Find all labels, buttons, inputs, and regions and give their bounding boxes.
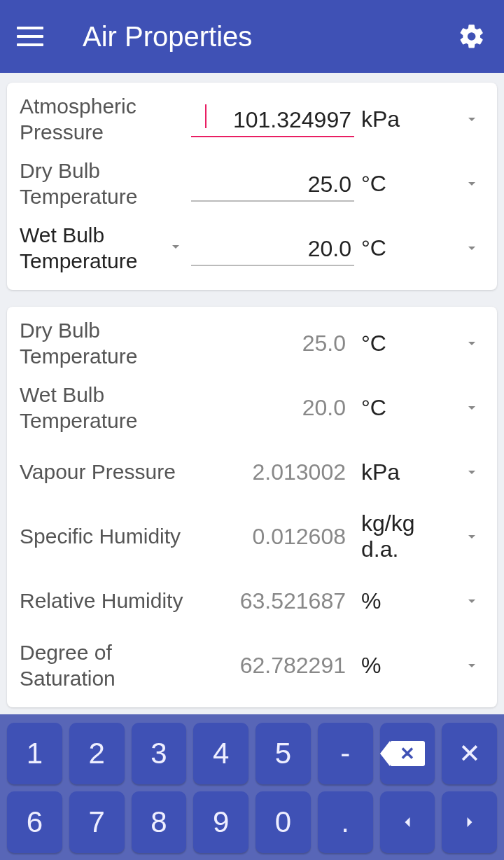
key-1[interactable]: 1 bbox=[7, 723, 62, 784]
input-card: Atmospheric Pressure kPaDry Bulb Tempera… bbox=[7, 83, 497, 290]
key-0[interactable]: 0 bbox=[255, 791, 311, 853]
key-8[interactable]: 8 bbox=[132, 791, 187, 853]
unit-selector[interactable] bbox=[459, 464, 484, 480]
unit-selector[interactable] bbox=[459, 240, 484, 256]
app-bar: Air Properties bbox=[0, 0, 504, 73]
result-value: 0.012608 bbox=[191, 524, 354, 550]
backspace-icon: ✕ bbox=[390, 741, 425, 766]
result-label: Relative Humidity bbox=[20, 588, 184, 614]
key-backspace[interactable]: ✕ bbox=[380, 723, 435, 784]
unit-label: % bbox=[361, 653, 452, 679]
result-label: Degree of Saturation bbox=[20, 639, 184, 692]
key-dot[interactable]: . bbox=[318, 791, 373, 853]
close-icon: ✕ bbox=[458, 738, 481, 769]
parameter-label: Atmospheric Pressure bbox=[20, 93, 184, 146]
unit-selector[interactable] bbox=[459, 592, 484, 609]
input-row: Dry Bulb Temperature°C bbox=[20, 151, 484, 216]
key-9[interactable]: 9 bbox=[193, 791, 248, 853]
chevron-right-icon bbox=[460, 812, 479, 832]
input-row: Wet Bulb Temperature °C bbox=[20, 216, 484, 280]
menu-icon[interactable] bbox=[17, 27, 43, 46]
key-2[interactable]: 2 bbox=[69, 723, 125, 784]
key-close[interactable]: ✕ bbox=[442, 723, 497, 784]
numeric-keyboard: 12345-✕✕ 67890. bbox=[0, 714, 504, 860]
page-title: Air Properties bbox=[83, 21, 456, 53]
result-value: 2.013002 bbox=[191, 459, 354, 485]
unit-selector[interactable] bbox=[459, 399, 484, 416]
result-label: Dry Bulb Temperature bbox=[20, 317, 184, 370]
input-row: Atmospheric Pressure kPa bbox=[20, 87, 484, 151]
gear-icon bbox=[458, 22, 486, 50]
settings-button[interactable] bbox=[456, 21, 487, 52]
unit-selector[interactable] bbox=[459, 528, 484, 545]
unit-label: kPa bbox=[361, 459, 452, 485]
result-label: Vapour Pressure bbox=[20, 459, 184, 485]
unit-selector[interactable] bbox=[459, 657, 484, 674]
result-label: Wet Bulb Temperature bbox=[20, 382, 184, 434]
unit-selector[interactable] bbox=[459, 175, 484, 192]
results-card: Dry Bulb Temperature25.0°CWet Bulb Tempe… bbox=[7, 307, 497, 707]
value-input[interactable] bbox=[191, 166, 354, 202]
parameter-label: Dry Bulb Temperature bbox=[20, 158, 184, 210]
key-4[interactable]: 4 bbox=[193, 723, 248, 784]
unit-label: °C bbox=[361, 171, 452, 197]
unit-selector[interactable] bbox=[459, 335, 484, 352]
result-value: 62.782291 bbox=[191, 653, 354, 679]
unit-label: °C bbox=[361, 395, 452, 421]
parameter-selector[interactable]: Wet Bulb Temperature bbox=[20, 222, 184, 275]
unit-selector[interactable] bbox=[459, 111, 484, 127]
unit-label: °C bbox=[361, 331, 452, 356]
unit-label: °C bbox=[361, 235, 452, 261]
unit-label: kPa bbox=[361, 106, 452, 132]
key-next[interactable] bbox=[442, 791, 497, 853]
content-area: Atmospheric Pressure kPaDry Bulb Tempera… bbox=[0, 73, 504, 714]
key-7[interactable]: 7 bbox=[69, 791, 125, 853]
key-5[interactable]: 5 bbox=[255, 723, 311, 784]
key-6[interactable]: 6 bbox=[7, 791, 62, 853]
unit-label: % bbox=[361, 588, 452, 614]
result-row: Vapour Pressure2.013002kPa bbox=[20, 440, 484, 504]
unit-label: kg/kg d.a. bbox=[361, 511, 452, 562]
key-minus[interactable]: - bbox=[318, 723, 373, 784]
result-value: 20.0 bbox=[191, 395, 354, 421]
result-row: Degree of Saturation62.782291% bbox=[20, 633, 484, 698]
parameter-label: Wet Bulb Temperature bbox=[20, 222, 164, 275]
result-value: 25.0 bbox=[191, 331, 354, 356]
value-input[interactable] bbox=[191, 230, 354, 266]
result-value: 63.521687 bbox=[191, 588, 354, 614]
result-row: Dry Bulb Temperature25.0°C bbox=[20, 311, 484, 375]
dropdown-icon bbox=[167, 238, 184, 258]
key-3[interactable]: 3 bbox=[132, 723, 187, 784]
result-label: Specific Humidity bbox=[20, 523, 184, 550]
result-row: Wet Bulb Temperature20.0°C bbox=[20, 375, 484, 440]
value-input[interactable] bbox=[191, 102, 354, 137]
chevron-left-icon bbox=[398, 812, 417, 832]
text-caret bbox=[205, 104, 206, 128]
key-prev[interactable] bbox=[380, 791, 435, 853]
result-row: Relative Humidity63.521687% bbox=[20, 569, 484, 633]
result-row: Specific Humidity0.012608kg/kg d.a. bbox=[20, 504, 484, 569]
